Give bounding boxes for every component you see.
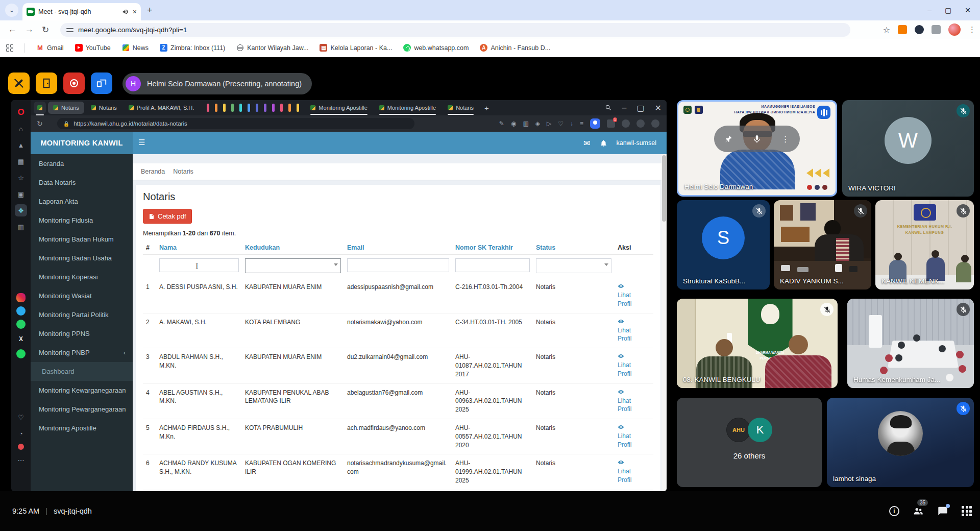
opera-search-icon[interactable] xyxy=(605,104,612,111)
color-tab-icon[interactable] xyxy=(239,104,242,112)
opera-minimize-button[interactable]: – xyxy=(622,103,627,112)
bookmark-item[interactable]: MGmail xyxy=(36,44,64,52)
menu-icon[interactable]: ≡ xyxy=(580,120,583,127)
extension-icon[interactable] xyxy=(636,119,645,128)
workspace-rocket-icon[interactable]: ▲ xyxy=(15,139,27,151)
sidebar-item-data-notaris[interactable]: Data Notaris xyxy=(31,173,133,192)
filter-kedudukan-select[interactable] xyxy=(245,258,341,273)
tab-group-colorbars[interactable] xyxy=(201,104,305,112)
more-options-icon[interactable]: ⋮ xyxy=(781,134,790,144)
filter-sk-input[interactable] xyxy=(455,258,530,272)
sidebar-item-monitoring-wasiat[interactable]: Monitoring Wasiat xyxy=(31,286,133,305)
extensions-puzzle-icon[interactable] xyxy=(932,25,941,34)
record-button[interactable] xyxy=(63,73,85,94)
new-tab-button[interactable]: + xyxy=(147,5,153,16)
opera-tab[interactable]: Notaris xyxy=(86,102,122,114)
column-header[interactable]: Aksi xyxy=(615,241,653,255)
column-header[interactable]: Status xyxy=(533,241,615,255)
tab-search-icon[interactable]: ⌄ xyxy=(5,4,18,17)
sidebar-item-laporan-akta[interactable]: Laporan Akta xyxy=(31,192,133,211)
lihat-profil-link[interactable]: Lihat Profil xyxy=(618,389,646,414)
color-tab-icon[interactable] xyxy=(272,104,275,112)
instagram-icon[interactable] xyxy=(16,293,26,302)
history-icon[interactable]: ◔ xyxy=(15,427,27,440)
more-icon[interactable]: ⋯ xyxy=(15,454,27,466)
filter-nama-input[interactable] xyxy=(159,258,239,272)
lihat-profil-link[interactable]: Lihat Profil xyxy=(618,318,646,344)
x-icon[interactable]: X xyxy=(15,333,27,345)
opera-tab[interactable]: Monitoring Apostille xyxy=(374,102,441,114)
color-tab-icon[interactable] xyxy=(231,104,234,112)
forward-icon[interactable]: → xyxy=(25,25,34,35)
lihat-profil-link[interactable]: Lihat Profil xyxy=(618,459,646,485)
sidebar-item-monitoring-partai-politik[interactable]: Monitoring Partai Politik xyxy=(31,305,133,324)
address-bar[interactable]: meet.google.com/svq-jtqi-qdh?pli=1 xyxy=(60,23,850,37)
browser-menu-icon[interactable]: ⋮ xyxy=(968,25,976,34)
workspace-star-icon[interactable]: ☆ xyxy=(15,172,27,184)
workspace-notes-icon[interactable]: ▣ xyxy=(15,188,27,200)
site-brand[interactable]: MONITORING KANWIL xyxy=(31,132,133,154)
filter-email-input[interactable] xyxy=(347,258,449,272)
opera-restore-button[interactable]: ▢ xyxy=(636,103,644,113)
extension-icon[interactable] xyxy=(622,119,630,128)
color-tab-icon[interactable] xyxy=(207,104,209,112)
column-header[interactable]: # xyxy=(143,241,156,255)
extension-icon[interactable] xyxy=(651,119,659,128)
breadcrumb-beranda[interactable]: Beranda xyxy=(141,168,165,175)
workspace-chat-icon[interactable]: ❖ xyxy=(15,204,27,216)
bookmark-item[interactable]: YouTube xyxy=(75,44,111,52)
player-icon[interactable]: ▷ xyxy=(547,120,551,127)
tile-others[interactable]: AHU K 26 others xyxy=(677,398,822,487)
favorites-heart-icon[interactable]: ♡ xyxy=(15,411,27,423)
profile-avatar[interactable] xyxy=(948,23,961,36)
sidebar-item-monitoring-pewarganegaraan[interactable]: Monitoring Pewarganegaraan xyxy=(31,400,133,419)
cetak-pdf-button[interactable]: Cetak pdf xyxy=(143,209,192,224)
opera-new-tab-button[interactable]: + xyxy=(484,104,489,112)
bookmark-item[interactable]: AAnichin - Fansub D... xyxy=(480,44,550,52)
tile-struktural[interactable]: S Struktural KaSubB... xyxy=(677,200,770,289)
sidebar-item-monitoring-ppns[interactable]: Monitoring PPNS xyxy=(31,324,133,343)
workspace-book-icon[interactable]: ▤ xyxy=(15,155,27,167)
adblock-extension-icon[interactable] xyxy=(607,119,615,128)
color-tab-icon[interactable] xyxy=(256,104,258,112)
sidebar-item-monitoring-kewarganegaraan[interactable]: Monitoring Kewarganegaraan xyxy=(31,381,133,400)
color-tab-icon[interactable] xyxy=(264,104,266,112)
tile-bengkulu[interactable]: DHARMA WANITA PERSATUAN 08. KANWIL BENGK… xyxy=(677,299,838,388)
column-header[interactable]: Nomor SK Terakhir xyxy=(452,241,533,255)
opera-address-bar[interactable]: 🔒 https://kanwil.ahu.go.id/notariat/data… xyxy=(57,118,414,129)
filter-status-select[interactable] xyxy=(536,258,611,273)
bookmark-star-icon[interactable]: ☆ xyxy=(883,25,890,35)
tile-humas[interactable]: Humas Kemenkumham Ja... xyxy=(847,299,974,388)
bookmark-item[interactable]: web.whatsapp.com xyxy=(403,44,469,52)
reader-icon[interactable]: ▥ xyxy=(523,120,528,127)
site-info-icon[interactable] xyxy=(66,27,74,33)
messages-envelope-icon[interactable]: ✉ xyxy=(583,138,590,148)
opera-tab[interactable]: Notaris xyxy=(48,102,84,114)
color-tab-icon[interactable] xyxy=(288,104,291,112)
mic-icon[interactable] xyxy=(752,134,762,143)
companion-device-button[interactable] xyxy=(91,73,112,94)
snapshot-icon[interactable]: ◉ xyxy=(511,120,516,127)
extension1-icon[interactable] xyxy=(898,25,907,34)
opera-reload-icon[interactable]: ↻ xyxy=(37,119,43,128)
column-header[interactable]: Nama xyxy=(156,241,242,255)
workspace-briefcase-icon[interactable]: ▦ xyxy=(15,221,27,233)
sidebar-item-monitoring-badan-hukum[interactable]: Monitoring Badan Hukum xyxy=(31,230,133,249)
opera-logo-icon[interactable]: O xyxy=(15,106,27,118)
bookmark-item[interactable]: ZZimbra: Inbox (111) xyxy=(160,44,225,52)
sidebar-item-monitoring-pnbp[interactable]: Monitoring PNBP‹ xyxy=(31,343,133,362)
column-header[interactable]: Kedudukan xyxy=(242,241,344,255)
notifications-bell-icon[interactable] xyxy=(600,139,607,147)
sidebar-item-monitoring-koperasi[interactable]: Monitoring Koperasi xyxy=(31,268,133,286)
lihat-profil-link[interactable]: Lihat Profil xyxy=(618,353,646,378)
color-tab-icon[interactable] xyxy=(223,104,226,112)
chat-button[interactable] xyxy=(937,505,948,517)
tab-close-icon[interactable]: × xyxy=(133,8,137,16)
lihat-profil-link[interactable]: Lihat Profil xyxy=(618,424,646,449)
door-button[interactable] xyxy=(36,73,57,94)
color-tab-icon[interactable] xyxy=(297,104,299,112)
opera-tab[interactable]: Profil A. MAKAWI, S.H. xyxy=(124,102,200,114)
tile-kadiv[interactable]: KADIV YANKUM S... xyxy=(774,200,871,289)
telegram-icon[interactable] xyxy=(16,306,26,316)
tab-audio-icon[interactable] xyxy=(122,8,129,15)
